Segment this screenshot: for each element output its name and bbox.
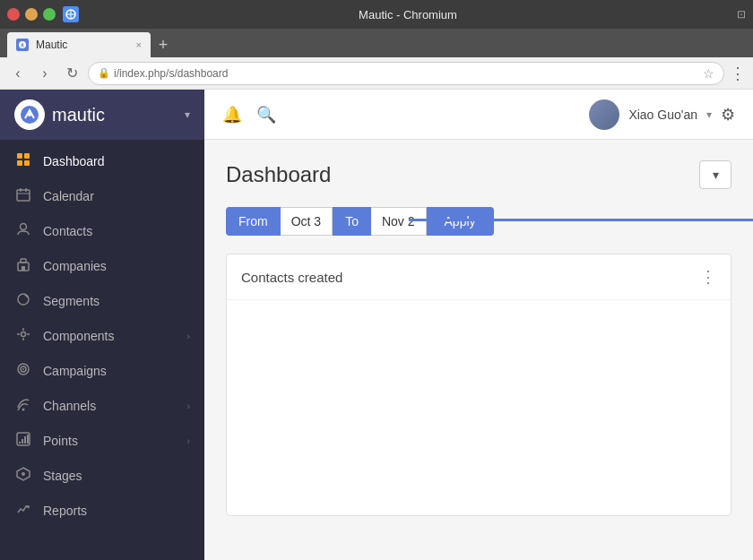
- sidebar-item-contacts[interactable]: Contacts: [0, 213, 204, 248]
- sidebar-item-components[interactable]: Components›: [0, 318, 204, 353]
- svg-point-22: [22, 368, 24, 370]
- maximize-window-button[interactable]: [43, 8, 56, 21]
- sidebar-item-label-campaigns: Campaigns: [43, 364, 107, 378]
- sidebar-item-label-segments: Segments: [43, 294, 100, 308]
- tabbar: Mautic × +: [0, 29, 753, 57]
- sidebar-brand-name: mautic: [52, 105, 177, 125]
- content-topbar: 🔔 🔍 Xiao Guo'an ▾ ⚙: [204, 90, 753, 140]
- sidebar-item-dashboard[interactable]: Dashboard: [0, 143, 204, 178]
- address-text: i/index.php/s/dashboard: [114, 67, 703, 80]
- sidebar-item-calendar[interactable]: Calendar: [0, 178, 204, 213]
- user-menu-chevron[interactable]: ▾: [706, 108, 712, 121]
- campaigns-nav-icon: [14, 362, 32, 379]
- components-expand-icon: ›: [186, 331, 190, 341]
- window-title: Mautic - Chromium: [86, 8, 730, 22]
- search-icon[interactable]: 🔍: [256, 105, 276, 125]
- sidebar-item-channels[interactable]: Channels›: [0, 388, 204, 423]
- svg-point-14: [21, 224, 27, 230]
- browser-icon: [63, 6, 79, 22]
- calendar-nav-icon: [14, 187, 32, 204]
- topbar-accent-line: [409, 219, 753, 221]
- titlebar: Mautic - Chromium ⊡: [0, 0, 753, 29]
- main-content: 🔔 🔍 Xiao Guo'an ▾ ⚙ Dashboard ▾: [204, 90, 753, 560]
- dashboard-body: Dashboard ▾ From Oct 3 To Nov 2 Apply Co…: [204, 142, 753, 560]
- svg-rect-17: [22, 266, 25, 271]
- to-date-value[interactable]: Nov 2: [371, 207, 427, 236]
- sidebar-item-label-components: Components: [43, 329, 114, 343]
- back-button[interactable]: ‹: [7, 63, 29, 84]
- addressbar: ‹ › ↻ 🔒 i/index.php/s/dashboard ☆ ⋮: [0, 57, 753, 90]
- tab-close-button[interactable]: ×: [136, 39, 142, 50]
- new-tab-button[interactable]: +: [151, 32, 176, 57]
- bookmark-icon: ☆: [703, 66, 714, 81]
- widget-menu-button[interactable]: ⋮: [700, 267, 716, 287]
- to-label: To: [333, 207, 371, 236]
- stages-nav-icon: [14, 467, 32, 484]
- sidebar-item-label-stages: Stages: [43, 469, 82, 483]
- mautic-logo: [14, 99, 45, 130]
- sidebar-header: mautic ▾: [0, 90, 204, 140]
- svg-point-23: [22, 409, 25, 411]
- points-expand-icon: ›: [186, 435, 190, 446]
- from-label: From: [226, 207, 281, 236]
- tab-label: Mautic: [36, 39, 67, 51]
- forward-button[interactable]: ›: [34, 63, 56, 84]
- browser-menu-button[interactable]: ⋮: [730, 64, 746, 83]
- contacts-nav-icon: [14, 222, 32, 239]
- sidebar-item-label-calendar: Calendar: [43, 189, 94, 203]
- address-box[interactable]: 🔒 i/index.php/s/dashboard ☆: [88, 62, 724, 85]
- svg-rect-16: [21, 259, 26, 263]
- dashboard-dropdown-button[interactable]: ▾: [699, 160, 731, 189]
- reports-nav-icon: [14, 502, 32, 519]
- dashboard-header: Dashboard ▾: [226, 160, 731, 189]
- topbar-icons: 🔔 🔍: [222, 105, 575, 125]
- svg-point-30: [22, 472, 25, 476]
- page-title: Dashboard: [226, 162, 331, 187]
- sidebar-item-reports[interactable]: Reports: [0, 493, 204, 528]
- apply-button[interactable]: Apply: [427, 207, 494, 236]
- date-filter: From Oct 3 To Nov 2 Apply: [226, 207, 731, 236]
- sidebar-item-companies[interactable]: Companies: [0, 248, 204, 283]
- svg-rect-8: [17, 160, 22, 166]
- user-name: Xiao Guo'an: [628, 108, 697, 122]
- sidebar-item-label-contacts: Contacts: [43, 224, 92, 238]
- avatar-image: [589, 99, 619, 130]
- from-date-value[interactable]: Oct 3: [281, 207, 333, 236]
- sidebar-item-campaigns[interactable]: Campaigns: [0, 353, 204, 388]
- widget-title: Contacts created: [241, 270, 342, 285]
- lock-icon: 🔒: [98, 67, 110, 79]
- notification-bell-icon[interactable]: 🔔: [222, 105, 242, 125]
- sidebar-item-label-points: Points: [43, 434, 78, 448]
- sidebar-nav: DashboardCalendarContactsCompaniesSegmen…: [0, 140, 204, 560]
- sidebar-item-label-companies: Companies: [43, 259, 107, 273]
- segments-nav-icon: [14, 292, 32, 309]
- widget-body: [227, 300, 731, 515]
- channels-nav-icon: [14, 397, 32, 414]
- points-nav-icon: [14, 432, 32, 449]
- sidebar-item-points[interactable]: Points›: [0, 423, 204, 458]
- window-controls: [7, 8, 56, 21]
- minimize-window-button[interactable]: [25, 8, 38, 21]
- svg-rect-10: [17, 190, 30, 201]
- browser-tab[interactable]: Mautic ×: [7, 32, 151, 57]
- window-extra-icon: ⊡: [737, 8, 746, 21]
- avatar: [589, 99, 619, 130]
- topbar-right: Xiao Guo'an ▾ ⚙: [589, 99, 735, 130]
- sidebar-item-label-channels: Channels: [43, 399, 96, 413]
- svg-rect-9: [24, 160, 30, 166]
- contacts-created-widget: Contacts created ⋮: [226, 254, 731, 516]
- svg-rect-6: [17, 153, 22, 159]
- tab-favicon: [16, 39, 29, 51]
- main-layout: mautic ▾ DashboardCalendarContactsCompan…: [0, 90, 753, 560]
- dashboard-dropdown-icon: ▾: [713, 168, 719, 182]
- close-window-button[interactable]: [7, 8, 20, 21]
- reload-button[interactable]: ↻: [61, 63, 82, 84]
- sidebar-toggle-chevron[interactable]: ▾: [185, 108, 190, 121]
- sidebar-item-stages[interactable]: Stages: [0, 458, 204, 493]
- settings-icon[interactable]: ⚙: [721, 105, 735, 125]
- widget-header: Contacts created ⋮: [227, 254, 731, 300]
- sidebar-item-label-reports: Reports: [43, 504, 87, 518]
- sidebar: mautic ▾ DashboardCalendarContactsCompan…: [0, 90, 204, 560]
- sidebar-item-label-dashboard: Dashboard: [43, 154, 105, 168]
- sidebar-item-segments[interactable]: Segments: [0, 283, 204, 318]
